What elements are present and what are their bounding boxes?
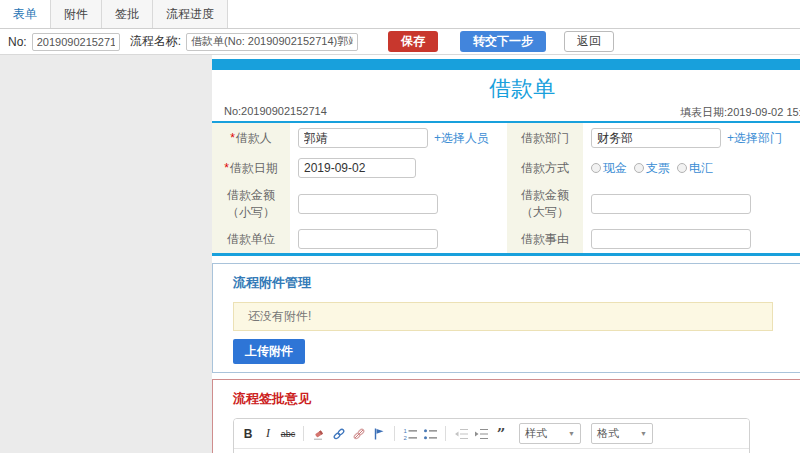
unit-cell: [290, 225, 507, 253]
svg-text:1: 1: [403, 428, 407, 434]
form-table: *借款人 +选择人员 借款部门 +选择部门 *借款日期 借款方式: [212, 123, 800, 253]
required-mark: *: [224, 161, 229, 175]
radio-circle-icon[interactable]: [634, 163, 644, 173]
page-title: 借款单: [212, 70, 800, 102]
approval-heading: 流程签批意见: [233, 390, 800, 408]
style-dropdown[interactable]: 样式 ▼: [519, 423, 581, 444]
radio-cash[interactable]: 现金: [591, 160, 627, 177]
tab-progress[interactable]: 流程进度: [153, 0, 228, 28]
date-label: *借款日期: [212, 153, 290, 183]
back-button[interactable]: 返回: [564, 31, 614, 52]
method-cell: 现金 支票 电汇: [583, 153, 800, 183]
amount-upper-field[interactable]: [591, 194, 751, 214]
amount-upper-label: 借款金额（大写）: [507, 183, 583, 225]
process-name-input[interactable]: [186, 33, 358, 51]
outdent-icon[interactable]: [453, 426, 469, 442]
tab-attachment[interactable]: 附件: [51, 0, 102, 28]
process-name-label: 流程名称:: [130, 33, 181, 50]
unit-label: 借款单位: [212, 225, 290, 253]
amount-lower-cell: [290, 183, 507, 225]
unlink-icon[interactable]: [351, 426, 367, 442]
svg-text:2: 2: [403, 435, 407, 441]
dept-label: 借款部门: [507, 123, 583, 153]
next-step-button[interactable]: 转交下一步: [460, 31, 546, 52]
save-button[interactable]: 保存: [388, 31, 438, 52]
amount-lower-label: 借款金额（小写）: [212, 183, 290, 225]
borrower-label: *借款人: [212, 123, 290, 153]
amount-lower-field[interactable]: [298, 194, 438, 214]
borrower-field[interactable]: [298, 128, 428, 148]
numbered-list-icon[interactable]: 1 2: [402, 426, 418, 442]
radio-circle-icon[interactable]: [591, 163, 601, 173]
toolbar-divider: [445, 426, 446, 441]
strikethrough-button[interactable]: abc: [280, 426, 296, 442]
tab-bar: 表单 附件 签批 流程进度: [0, 0, 800, 29]
bold-button[interactable]: B: [240, 426, 256, 442]
radio-circle-icon[interactable]: [677, 163, 687, 173]
form-no: No:20190902152714: [224, 105, 327, 117]
content-area: 借款单 No:20190902152714 填表日期:2019-09-02 15…: [0, 55, 800, 452]
toolbar-divider: [303, 426, 304, 441]
form-fill-date: 填表日期:2019-09-02 15:27:1: [680, 105, 800, 120]
main-form-panel: 借款单 No:20190902152714 填表日期:2019-09-02 15…: [212, 55, 800, 453]
upload-attachment-button[interactable]: 上传附件: [233, 339, 305, 364]
attachment-heading: 流程附件管理: [233, 274, 800, 292]
link-icon[interactable]: [331, 426, 347, 442]
remove-format-icon[interactable]: [311, 426, 327, 442]
anchor-flag-icon[interactable]: [371, 426, 387, 442]
borrower-cell: +选择人员: [290, 123, 507, 153]
dept-cell: +选择部门: [583, 123, 800, 153]
dept-field[interactable]: [591, 128, 721, 148]
required-mark: *: [230, 131, 235, 145]
attachment-panel: 流程附件管理 还没有附件! 上传附件: [212, 263, 800, 373]
reason-cell: [583, 225, 800, 253]
comment-editor: B I abc: [233, 418, 750, 453]
tab-approval[interactable]: 签批: [102, 0, 153, 28]
payment-method-group: 现金 支票 电汇: [591, 160, 713, 177]
no-attachment-notice: 还没有附件!: [233, 302, 773, 331]
form-meta-row: No:20190902152714 填表日期:2019-09-02 15:27:…: [212, 102, 800, 121]
no-input[interactable]: [32, 33, 120, 51]
toolbar-divider: [394, 426, 395, 441]
approval-panel: 流程签批意见 B I abc: [212, 379, 800, 453]
no-label: No:: [8, 35, 27, 49]
loan-date-field[interactable]: [298, 158, 416, 178]
reason-field[interactable]: [591, 229, 751, 249]
select-person-link[interactable]: +选择人员: [434, 130, 489, 147]
editor-toolbar: B I abc: [234, 419, 749, 449]
amount-upper-cell: [583, 183, 800, 225]
reason-label: 借款事由: [507, 225, 583, 253]
format-dropdown[interactable]: 格式 ▼: [591, 423, 653, 444]
bullet-list-icon[interactable]: [422, 426, 438, 442]
chevron-down-icon: ▼: [640, 430, 647, 437]
tab-form[interactable]: 表单: [0, 0, 51, 28]
editor-content-area[interactable]: [234, 449, 749, 453]
indent-icon[interactable]: [473, 426, 489, 442]
blockquote-button[interactable]: ”: [493, 426, 509, 442]
select-dept-link[interactable]: +选择部门: [727, 130, 782, 147]
radio-wire[interactable]: 电汇: [677, 160, 713, 177]
unit-field[interactable]: [298, 229, 438, 249]
radio-check[interactable]: 支票: [634, 160, 670, 177]
method-label: 借款方式: [507, 153, 583, 183]
form-header-bar: [212, 59, 800, 70]
chevron-down-icon: ▼: [568, 430, 575, 437]
divider: [212, 253, 800, 256]
italic-button[interactable]: I: [260, 426, 276, 442]
action-bar: No: 流程名称: 保存 转交下一步 返回: [0, 29, 800, 55]
date-cell: [290, 153, 507, 183]
